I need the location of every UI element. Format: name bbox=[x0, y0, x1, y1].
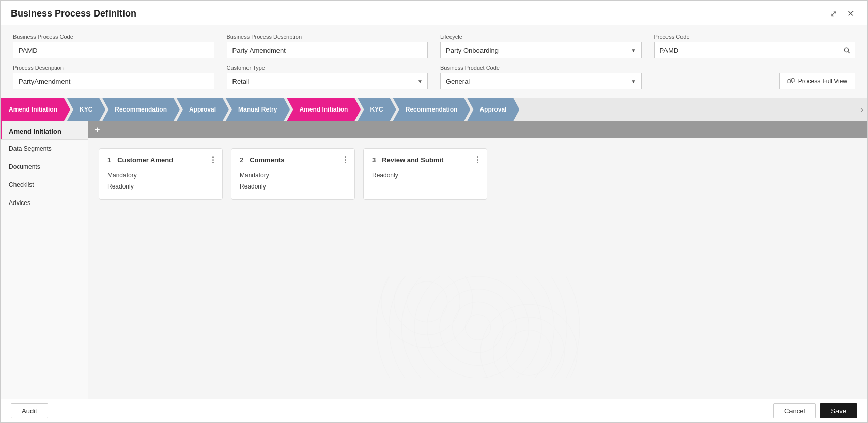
save-button[interactable]: Save bbox=[820, 403, 857, 418]
card-2-property-mandatory: Mandatory bbox=[240, 170, 346, 181]
add-bar: + bbox=[88, 121, 867, 138]
business-process-desc-group: Business Process Description bbox=[227, 34, 428, 58]
svg-point-11 bbox=[401, 276, 554, 378]
svg-point-10 bbox=[414, 276, 541, 378]
process-code-search-button[interactable] bbox=[838, 42, 855, 58]
svg-line-1 bbox=[848, 52, 849, 53]
modal-controls: ⤢ ✕ bbox=[827, 8, 857, 20]
customer-type-label: Customer Type bbox=[227, 65, 428, 71]
process-full-view-label: Process Full View bbox=[798, 77, 847, 85]
card-3-property-readonly: Readonly bbox=[372, 170, 478, 181]
svg-point-18 bbox=[493, 317, 565, 378]
modal-title: Business Process Definition bbox=[11, 8, 136, 19]
modal-container: Business Process Definition ⤢ ✕ Business… bbox=[0, 0, 868, 423]
sidebar: Amend Initiation Data Segments Documents… bbox=[1, 121, 88, 399]
tab-recommendation-2-label: Recommendation bbox=[406, 106, 458, 113]
tabs-area: Amend Initiation KYC Recommendation Appr… bbox=[1, 98, 867, 121]
tab-kyc-1-label: KYC bbox=[80, 106, 92, 113]
tab-amend-initiation-2[interactable]: Amend Initiation bbox=[287, 98, 361, 121]
tab-kyc-2[interactable]: KYC bbox=[358, 98, 396, 121]
process-description-input[interactable] bbox=[13, 73, 214, 89]
svg-rect-3 bbox=[792, 79, 794, 82]
business-product-code-group: Business Product Code General Savings Cu… bbox=[440, 65, 642, 89]
card-1-number-title: 1 Customer Amend bbox=[107, 156, 173, 164]
business-process-code-group: Business Process Code bbox=[13, 34, 214, 58]
cancel-button[interactable]: Cancel bbox=[773, 403, 816, 418]
card-2-menu-icon[interactable] bbox=[345, 156, 346, 163]
sidebar-item-advices-label: Advices bbox=[9, 199, 30, 207]
card-review-submit: 3 Review and Submit Readonly bbox=[363, 148, 487, 200]
svg-point-14 bbox=[407, 281, 447, 322]
sidebar-item-checklist-label: Checklist bbox=[9, 181, 34, 189]
business-product-select[interactable]: General Savings Current bbox=[440, 73, 642, 89]
tab-approval-1[interactable]: Approval bbox=[177, 98, 229, 121]
tab-approval-2[interactable]: Approval bbox=[467, 98, 519, 121]
footer: Audit Cancel Save bbox=[1, 399, 867, 422]
process-code-group: Process Code bbox=[654, 34, 856, 58]
tabs-scroll: Amend Initiation KYC Recommendation Appr… bbox=[1, 98, 856, 121]
lifecycle-label: Lifecycle bbox=[440, 34, 642, 40]
sidebar-item-checklist[interactable]: Checklist bbox=[1, 176, 88, 194]
close-button[interactable]: ✕ bbox=[844, 8, 857, 20]
main-content: + 1 Customer Amend bbox=[88, 121, 867, 399]
form-row-1: Business Process Code Business Process D… bbox=[13, 34, 855, 58]
svg-point-6 bbox=[465, 315, 490, 340]
process-full-view-icon bbox=[787, 77, 795, 85]
process-code-input[interactable] bbox=[654, 42, 856, 58]
resize-button[interactable]: ⤢ bbox=[827, 8, 840, 20]
lifecycle-group: Lifecycle Party Onboarding Party Amendme… bbox=[440, 34, 642, 58]
tabs-next-chevron[interactable]: › bbox=[856, 104, 867, 115]
business-process-code-label: Business Process Code bbox=[13, 34, 214, 40]
cards-area: 1 Customer Amend Mandatory Readonly bbox=[88, 138, 867, 210]
card-1-menu-icon[interactable] bbox=[212, 156, 214, 163]
card-1-title: Customer Amend bbox=[117, 156, 173, 164]
tab-amend-initiation-2-label: Amend Initiation bbox=[299, 106, 348, 113]
lifecycle-select-wrapper: Party Onboarding Party Amendment bbox=[440, 42, 642, 58]
card-2-title: Comments bbox=[250, 156, 284, 164]
svg-point-15 bbox=[394, 276, 460, 335]
add-button[interactable]: + bbox=[95, 125, 100, 134]
audit-button[interactable]: Audit bbox=[11, 403, 48, 418]
card-3-number-title: 3 Review and Submit bbox=[372, 156, 443, 164]
customer-type-select[interactable]: Retail Corporate SME bbox=[227, 73, 428, 89]
customer-type-group: Customer Type Retail Corporate SME bbox=[227, 65, 428, 89]
form-section: Business Process Code Business Process D… bbox=[1, 25, 867, 98]
tab-recommendation-2[interactable]: Recommendation bbox=[393, 98, 471, 121]
tab-manual-retry[interactable]: Manual Retry bbox=[226, 98, 290, 121]
card-1-number: 1 bbox=[107, 156, 111, 164]
customer-type-select-wrapper: Retail Corporate SME bbox=[227, 73, 428, 89]
card-2-number: 2 bbox=[240, 156, 243, 164]
sidebar-item-advices[interactable]: Advices bbox=[1, 194, 88, 212]
card-1-body: Mandatory Readonly bbox=[107, 170, 214, 192]
business-product-select-wrapper: General Savings Current bbox=[440, 73, 642, 89]
svg-point-7 bbox=[453, 302, 504, 353]
sidebar-item-documents[interactable]: Documents bbox=[1, 158, 88, 176]
modal-header: Business Process Definition ⤢ ✕ bbox=[1, 1, 867, 25]
tab-amend-initiation-1-label: Amend Initiation bbox=[9, 106, 57, 113]
svg-point-16 bbox=[381, 276, 473, 348]
lifecycle-select[interactable]: Party Onboarding Party Amendment bbox=[440, 42, 642, 58]
svg-point-8 bbox=[440, 289, 516, 366]
svg-point-0 bbox=[844, 48, 848, 52]
business-process-desc-label: Business Process Description bbox=[227, 34, 428, 40]
tab-recommendation-1[interactable]: Recommendation bbox=[102, 98, 180, 121]
svg-point-19 bbox=[481, 304, 577, 378]
tab-kyc-1[interactable]: KYC bbox=[67, 98, 105, 121]
card-3-title: Review and Submit bbox=[382, 156, 443, 164]
business-process-desc-input[interactable] bbox=[227, 42, 428, 58]
sidebar-item-data-segments[interactable]: Data Segments bbox=[1, 140, 88, 158]
card-3-menu-icon[interactable] bbox=[477, 156, 478, 163]
form-row-2: Process Description Customer Type Retail… bbox=[13, 65, 855, 89]
business-process-code-input[interactable] bbox=[13, 42, 214, 58]
process-description-label: Process Description bbox=[13, 65, 214, 71]
tab-recommendation-1-label: Recommendation bbox=[115, 106, 167, 113]
card-1-property-mandatory: Mandatory bbox=[107, 170, 214, 181]
process-full-view-button[interactable]: Process Full View bbox=[779, 73, 855, 89]
process-full-view-group: Process Full View bbox=[654, 73, 856, 89]
sidebar-item-documents-label: Documents bbox=[9, 163, 40, 170]
card-2-body: Mandatory Readonly bbox=[240, 170, 346, 192]
card-2-header: 2 Comments bbox=[240, 156, 346, 164]
tab-amend-initiation-1[interactable]: Amend Initiation bbox=[1, 98, 70, 121]
tab-approval-2-label: Approval bbox=[479, 106, 506, 113]
card-2-property-readonly: Readonly bbox=[240, 181, 346, 193]
